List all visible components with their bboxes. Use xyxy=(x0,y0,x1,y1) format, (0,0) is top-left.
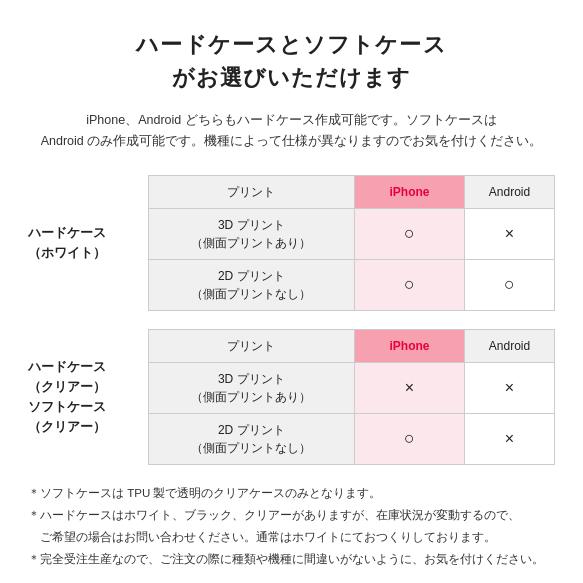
table2-row2-print: 2D プリント（側面プリントなし） xyxy=(148,413,355,464)
table1-row-group-label: ハードケース（ホワイト） xyxy=(28,175,148,310)
title-line1: ハードケースとソフトケース xyxy=(136,32,446,57)
table2-row1-android: × xyxy=(465,362,555,413)
table-1: ハードケース（ホワイト） プリント iPhone Android 3D プリント… xyxy=(28,175,555,311)
table2-row2-android: × xyxy=(465,413,555,464)
note-3: ＊完全受注生産なので、ご注文の際に種類や機種に間違いがないように、お気を付けくだ… xyxy=(28,549,555,569)
table1-header-android: Android xyxy=(465,175,555,208)
note-2: ＊ハードケースはホワイト、ブラック、クリアーがありますが、在庫状況が変動するので… xyxy=(28,505,555,525)
table2-row1-iphone: × xyxy=(355,362,465,413)
page-container: ハードケースとソフトケース がお選びいただけます iPhone、Android … xyxy=(0,0,583,583)
note-2b: ご希望の場合はお問い合わせください。通常はホワイトにておつくりしております。 xyxy=(28,527,555,547)
table2-header-iphone: iPhone xyxy=(355,329,465,362)
table1-row2-iphone: ○ xyxy=(355,259,465,310)
table-section-2: ハードケース（クリアー）ソフトケース（クリアー） プリント iPhone And… xyxy=(28,329,555,465)
table1-header-print: プリント xyxy=(148,175,355,208)
table1-row1-iphone: ○ xyxy=(355,208,465,259)
table2-header-print: プリント xyxy=(148,329,355,362)
table1-row1-print: 3D プリント（側面プリントあり） xyxy=(148,208,355,259)
table1-row2-print: 2D プリント（側面プリントなし） xyxy=(148,259,355,310)
table2-row-group-label: ハードケース（クリアー）ソフトケース（クリアー） xyxy=(28,329,148,464)
main-title: ハードケースとソフトケース がお選びいただけます xyxy=(28,28,555,94)
note-1: ＊ソフトケースは TPU 製で透明のクリアケースのみとなります。 xyxy=(28,483,555,503)
subtitle: iPhone、Android どちらもハードケース作成可能です。ソフトケースは … xyxy=(28,110,555,153)
table2-header-android: Android xyxy=(465,329,555,362)
title-line2: がお選びいただけます xyxy=(172,65,412,90)
table2-row1-print: 3D プリント（側面プリントあり） xyxy=(148,362,355,413)
table-2: ハードケース（クリアー）ソフトケース（クリアー） プリント iPhone And… xyxy=(28,329,555,465)
notes-section: ＊ソフトケースは TPU 製で透明のクリアケースのみとなります。 ＊ハードケース… xyxy=(28,483,555,570)
table1-header-iphone: iPhone xyxy=(355,175,465,208)
table-section-1: ハードケース（ホワイト） プリント iPhone Android 3D プリント… xyxy=(28,175,555,311)
table1-row1-android: × xyxy=(465,208,555,259)
table1-row2-android: ○ xyxy=(465,259,555,310)
table2-row2-iphone: ○ xyxy=(355,413,465,464)
